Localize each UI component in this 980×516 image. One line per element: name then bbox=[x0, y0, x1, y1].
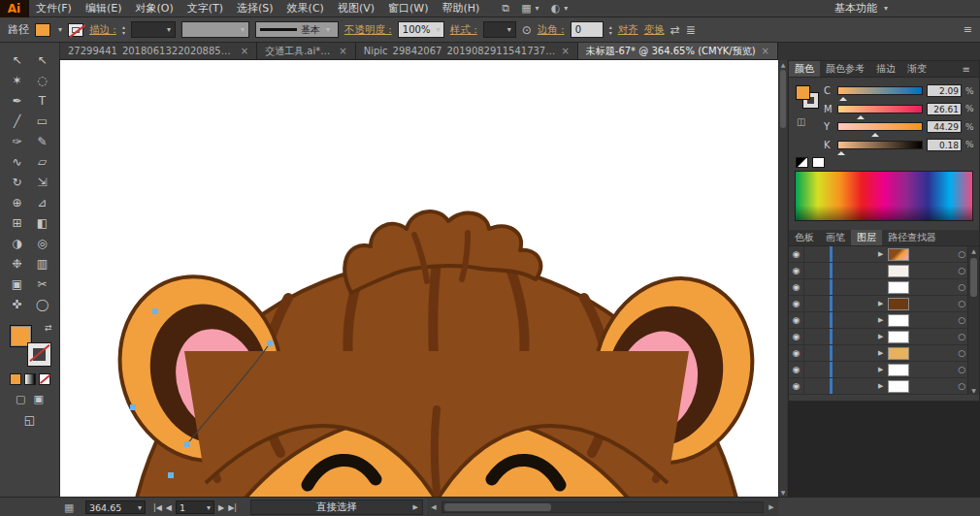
channel-value-field[interactable]: 26.61 bbox=[927, 103, 962, 115]
expand-triangle-icon[interactable]: ▶ bbox=[878, 316, 888, 324]
width-tool[interactable]: ∿ bbox=[5, 152, 30, 171]
scroll-right-icon[interactable]: ▶ bbox=[765, 503, 778, 511]
paintbrush-tool[interactable]: ✑ bbox=[5, 132, 30, 150]
layer-thumbnail[interactable] bbox=[888, 380, 909, 393]
document-tab[interactable]: 交通工具.ai* @ ... × bbox=[257, 43, 355, 59]
layer-target-icon[interactable]: ○ bbox=[958, 249, 965, 259]
color-spectrum-bar[interactable] bbox=[795, 171, 973, 221]
perspective-grid-tool[interactable]: ⊿ bbox=[30, 193, 55, 211]
layer-row[interactable]: ◉ ▶ ○ bbox=[789, 345, 979, 362]
visibility-eye-icon[interactable]: ◉ bbox=[789, 279, 804, 295]
visibility-eye-icon[interactable]: ◉ bbox=[789, 263, 804, 278]
layer-row[interactable]: ◉ ○ bbox=[789, 263, 979, 279]
swap-fill-stroke-icon[interactable]: ⇄ bbox=[45, 323, 52, 333]
artboard-tool[interactable]: ▣ bbox=[5, 274, 30, 293]
menu-item[interactable]: 效果(C) bbox=[280, 0, 331, 17]
channel-value-field[interactable]: 0.18 bbox=[927, 139, 962, 151]
cs-live-icon[interactable]: ◐▾ bbox=[551, 2, 569, 15]
layers-scrollbar[interactable]: ▲ ▼ bbox=[967, 246, 979, 395]
expand-triangle-icon[interactable]: ▶ bbox=[878, 382, 888, 390]
menu-item[interactable]: 文字(T) bbox=[180, 0, 230, 17]
status-popup-icon[interactable]: ▶ bbox=[413, 503, 418, 511]
stroke-panel-link[interactable]: 描边 : bbox=[89, 23, 116, 37]
layer-thumbnail[interactable] bbox=[888, 281, 909, 294]
blend-tool[interactable]: ◎ bbox=[30, 234, 55, 252]
scroll-thumb[interactable] bbox=[444, 503, 551, 511]
menu-item[interactable]: 视图(V) bbox=[331, 0, 381, 17]
scroll-thumb[interactable] bbox=[780, 70, 786, 128]
white-swatch[interactable] bbox=[812, 157, 825, 168]
panel-tab[interactable]: 路径查找器 bbox=[882, 230, 942, 245]
bridge-icon[interactable]: ⧉ bbox=[502, 2, 509, 15]
panel-tab[interactable]: 渐变 bbox=[901, 61, 932, 77]
isolate-selection-icon[interactable]: ⇄ bbox=[670, 23, 680, 37]
visibility-eye-icon[interactable]: ◉ bbox=[789, 362, 804, 377]
channel-slider[interactable] bbox=[837, 122, 923, 131]
free-transform-tool[interactable]: ▱ bbox=[30, 152, 55, 171]
scroll-thumb[interactable] bbox=[970, 258, 977, 297]
line-segment-tool[interactable]: ╱ bbox=[5, 112, 30, 130]
menu-item[interactable]: 选择(S) bbox=[230, 0, 280, 17]
graph-tool[interactable]: ▥ bbox=[30, 254, 55, 273]
channel-slider[interactable] bbox=[837, 105, 923, 113]
transform-panel-link[interactable]: 变换 bbox=[644, 23, 665, 37]
layer-row[interactable]: ◉ ▶ ○ bbox=[789, 378, 979, 395]
lasso-tool[interactable]: ◌ bbox=[30, 71, 55, 89]
layer-thumbnail[interactable] bbox=[888, 314, 909, 327]
menu-item[interactable]: 帮助(H) bbox=[435, 0, 486, 17]
visibility-eye-icon[interactable]: ◉ bbox=[789, 378, 804, 394]
status-options-icon[interactable]: ▦ bbox=[64, 501, 74, 514]
corner-value-combo[interactable]: 0 bbox=[571, 21, 604, 38]
panel-tab[interactable]: 画笔 bbox=[820, 230, 851, 245]
swatch-toggle-icon[interactable]: ◫ bbox=[797, 116, 805, 127]
workspace-switcher[interactable]: 基本功能 ▾ bbox=[834, 1, 888, 16]
layer-row[interactable]: ◉ ▶ ○ bbox=[789, 362, 979, 378]
arrange-documents-icon[interactable]: ▦▾ bbox=[521, 2, 539, 15]
layer-row[interactable]: ◉ ▶ ○ bbox=[789, 312, 979, 329]
last-artboard-icon[interactable]: ▶| bbox=[228, 503, 237, 512]
panel-tab[interactable]: 图层 bbox=[851, 230, 882, 245]
magic-wand-tool[interactable]: ✶ bbox=[5, 71, 30, 89]
layer-thumbnail[interactable] bbox=[888, 331, 909, 343]
chevron-down-icon[interactable]: ▾ bbox=[58, 25, 62, 34]
document-tab[interactable]: 未标题-67* @ 364.65% (CMYK/预览) × bbox=[578, 43, 778, 59]
layer-row[interactable]: ◉ ▶ ○ bbox=[789, 296, 979, 312]
symbol-sprayer-tool[interactable]: ❉ bbox=[5, 254, 30, 273]
panel-tab[interactable]: 颜色参考 bbox=[820, 61, 870, 77]
rectangle-tool[interactable]: ▭ bbox=[30, 112, 55, 130]
canvas-vertical-scrollbar[interactable]: ▲ ▼ bbox=[778, 60, 787, 497]
layer-target-icon[interactable]: ○ bbox=[958, 266, 965, 275]
shape-builder-tool[interactable]: ⊕ bbox=[5, 193, 30, 211]
channel-slider[interactable] bbox=[837, 141, 923, 149]
canvas-horizontal-scrollbar[interactable]: ◀ ▶ bbox=[427, 497, 778, 516]
hand-tool[interactable]: ✜ bbox=[5, 295, 30, 313]
selection-tool[interactable]: ↖ bbox=[5, 50, 30, 69]
scroll-left-icon[interactable]: ◀ bbox=[427, 503, 441, 511]
gradient-button[interactable] bbox=[24, 373, 36, 385]
draw-behind-icon[interactable]: ▣ bbox=[34, 393, 44, 405]
channel-value-field[interactable]: 44.29 bbox=[927, 120, 962, 133]
type-tool[interactable]: T bbox=[30, 91, 55, 110]
menu-item[interactable]: 文件(F) bbox=[29, 0, 79, 17]
stroke-color-swatch[interactable] bbox=[68, 23, 83, 37]
panel-tab[interactable]: 色板 bbox=[789, 230, 820, 245]
expand-triangle-icon[interactable]: ▶ bbox=[878, 300, 888, 307]
visibility-eye-icon[interactable]: ◉ bbox=[789, 345, 804, 361]
menu-item[interactable]: 窗口(W) bbox=[381, 0, 435, 17]
first-artboard-icon[interactable]: |◀ bbox=[153, 503, 162, 512]
scroll-up-icon[interactable]: ▲ bbox=[968, 247, 979, 254]
rotate-tool[interactable]: ↻ bbox=[5, 173, 30, 191]
style-panel-link[interactable]: 样式 : bbox=[450, 23, 477, 37]
options-icon[interactable]: ≣ bbox=[686, 23, 696, 37]
status-tool-display[interactable]: 直接选择 ▶ bbox=[250, 500, 423, 515]
visibility-eye-icon[interactable]: ◉ bbox=[789, 329, 804, 344]
scroll-down-icon[interactable]: ▼ bbox=[779, 489, 787, 496]
document-tab[interactable]: 27299441_20180613220208854088.ai* × bbox=[60, 43, 257, 59]
channel-value-field[interactable]: 2.09 bbox=[927, 84, 962, 97]
slider-thumb-icon[interactable] bbox=[839, 93, 847, 101]
slice-tool[interactable]: ✂ bbox=[30, 274, 55, 293]
layer-thumbnail[interactable] bbox=[888, 364, 909, 376]
scroll-up-icon[interactable]: ▲ bbox=[779, 61, 787, 68]
none-button[interactable] bbox=[39, 373, 50, 385]
draw-normal-icon[interactable]: ▢ bbox=[16, 393, 25, 405]
